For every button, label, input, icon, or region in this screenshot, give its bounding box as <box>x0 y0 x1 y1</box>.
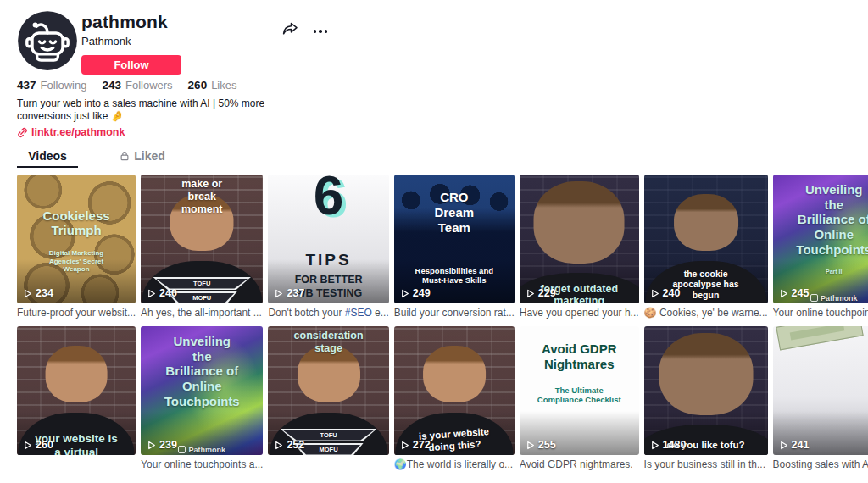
video-card[interactable]: do you like tofu?1480Is your business st… <box>644 326 768 471</box>
profile-link[interactable]: linktr.ee/pathmonk <box>17 126 868 138</box>
watermark-logo-icon <box>178 446 186 453</box>
tab-liked[interactable]: Liked <box>112 145 173 166</box>
overlay-text: Part II <box>773 269 868 275</box>
video-thumbnail[interactable]: is your websitedoing this?272 <box>394 326 515 455</box>
video-card[interactable]: make orbreakmomentTOFUMOFU240Ah yes, the… <box>141 175 263 319</box>
overlay-text: UnveilingtheBrilliance ofOnlineTouchpoin… <box>773 182 868 257</box>
view-count: 234 <box>23 287 53 299</box>
play-icon <box>147 441 156 450</box>
video-card[interactable]: Avoid GDPRNightmaresThe UltimateComplian… <box>520 326 639 471</box>
person-figure <box>520 175 639 303</box>
video-caption: Your online touchpoints a... <box>773 307 868 319</box>
following-label: Following <box>41 79 87 92</box>
video-thumbnail[interactable]: CookielessTriumphDigital MarketingAgenci… <box>17 175 136 303</box>
video-thumbnail[interactable]: make orbreakmomentTOFUMOFU240 <box>141 175 263 303</box>
video-caption: 🍪 Cookies, ye' be warne... <box>644 307 768 319</box>
video-thumbnail[interactable]: CRODreamTeamResponsibilities andMust-Hav… <box>394 175 515 303</box>
stat-followers[interactable]: 243Followers <box>102 79 172 92</box>
video-thumbnail[interactable]: Avoid GDPRNightmaresThe UltimateComplian… <box>520 326 639 455</box>
video-caption <box>17 458 136 471</box>
profile-page: pathmonk Pathmonk Follow 437Following 24… <box>0 0 868 483</box>
overlay-text: TIPS <box>268 251 388 269</box>
stat-likes[interactable]: 260Likes <box>188 79 237 92</box>
video-caption: Your online touchpoints a... <box>141 458 263 471</box>
play-icon <box>274 289 283 298</box>
play-icon <box>779 441 788 450</box>
link-text: linktr.ee/pathmonk <box>31 126 125 138</box>
video-card[interactable]: your website isa virtual260 <box>17 326 136 471</box>
following-count: 437 <box>17 79 36 92</box>
followers-label: Followers <box>125 79 173 92</box>
overlay-text: The UltimateCompliance Checklist <box>520 386 639 404</box>
video-card[interactable]: UnveilingtheBrilliance ofOnlineTouchpoin… <box>773 175 868 319</box>
video-caption: Avoid GDPR nightmares. <box>520 458 639 471</box>
video-caption: Ah yes, the all-important ... <box>141 307 263 319</box>
follow-button[interactable]: Follow <box>81 55 181 75</box>
overlay-text: Responsibilities andMust-Have Skills <box>394 266 515 285</box>
view-count: 245 <box>779 287 810 299</box>
video-card[interactable]: 6TIPSFOR BETTERA/B TESTING237Don't botch… <box>268 175 388 319</box>
view-count: 260 <box>23 439 53 451</box>
avatar <box>17 10 78 71</box>
video-thumbnail[interactable]: your website isa virtual260 <box>17 326 136 455</box>
link-icon <box>17 127 28 138</box>
video-thumbnail[interactable]: the cookieapocalypse hasbegun240 <box>644 175 768 303</box>
play-icon <box>526 289 535 298</box>
tab-videos[interactable]: Videos <box>17 145 78 168</box>
person-figure <box>644 175 768 303</box>
profile-stats: 437Following 243Followers 260Likes <box>17 79 868 92</box>
video-grid: CookielessTriumphDigital MarketingAgenci… <box>0 168 868 471</box>
watermark-logo-icon <box>810 294 818 302</box>
video-card[interactable]: considerationstageTOFUMOFU252 <box>268 326 388 471</box>
view-count: 240 <box>147 287 177 299</box>
video-card[interactable]: CRODreamTeamResponsibilities andMust-Hav… <box>394 175 515 319</box>
view-count: 229 <box>526 287 556 299</box>
person-figure <box>17 326 136 455</box>
stat-following[interactable]: 437Following <box>17 79 86 92</box>
play-icon <box>23 289 32 298</box>
video-card[interactable]: is your websitedoing this?272🌍The world … <box>394 326 515 471</box>
view-count: 255 <box>526 439 556 451</box>
profile-bio: Turn your web into a sales machine with … <box>17 97 319 123</box>
video-thumbnail[interactable]: 241 <box>773 326 868 455</box>
video-thumbnail[interactable]: UnveilingtheBrilliance ofOnlineTouchpoin… <box>141 326 263 455</box>
lock-icon <box>120 151 130 161</box>
video-caption <box>268 458 388 471</box>
profile-actions <box>281 20 329 41</box>
view-count: 240 <box>650 287 681 299</box>
view-count: 249 <box>400 287 431 299</box>
view-count: 252 <box>274 439 304 451</box>
overlay-text: 6 <box>268 175 388 229</box>
video-card[interactable]: 241Boosting sales with AI is ... <box>773 326 868 471</box>
video-thumbnail[interactable]: UnveilingtheBrilliance ofOnlineTouchpoin… <box>773 175 868 303</box>
overlay-text: Avoid GDPRNightmares <box>520 341 639 371</box>
share-icon[interactable] <box>281 20 298 41</box>
video-card[interactable]: forget outdatedmarketing229Have you open… <box>520 175 639 319</box>
view-count: 272 <box>400 439 431 451</box>
followers-count: 243 <box>102 79 121 92</box>
overlay-text: make orbreakmoment <box>141 178 263 215</box>
video-thumbnail[interactable]: forget outdatedmarketing229 <box>520 175 639 303</box>
page-title: pathmonk <box>81 12 181 32</box>
video-caption: Build your conversion rat... <box>394 307 515 319</box>
video-caption: Don't botch your #SEO e... <box>268 307 388 319</box>
video-card[interactable]: the cookieapocalypse hasbegun240🍪 Cookie… <box>644 175 768 319</box>
overlay-text: CookielessTriumph <box>17 208 136 238</box>
video-card[interactable]: UnveilingtheBrilliance ofOnlineTouchpoin… <box>141 326 263 471</box>
video-card[interactable]: CookielessTriumphDigital MarketingAgenci… <box>17 175 136 319</box>
likes-label: Likes <box>211 79 236 92</box>
play-icon <box>526 441 535 450</box>
play-icon <box>400 289 409 298</box>
video-thumbnail[interactable]: 6TIPSFOR BETTERA/B TESTING237 <box>268 175 388 303</box>
video-thumbnail[interactable]: considerationstageTOFUMOFU252 <box>268 326 388 455</box>
hashtag-link[interactable]: #SEO <box>345 307 372 319</box>
profile-nickname: Pathmonk <box>81 35 181 48</box>
profile-tabs: Videos Liked <box>17 145 868 168</box>
more-icon[interactable] <box>312 23 329 38</box>
play-icon <box>650 289 659 298</box>
video-caption: 🌍The world is literally o... <box>394 458 515 471</box>
play-icon <box>274 441 283 450</box>
play-icon <box>23 441 32 450</box>
video-thumbnail[interactable]: do you like tofu?1480 <box>644 326 768 455</box>
tab-liked-label: Liked <box>134 149 165 163</box>
